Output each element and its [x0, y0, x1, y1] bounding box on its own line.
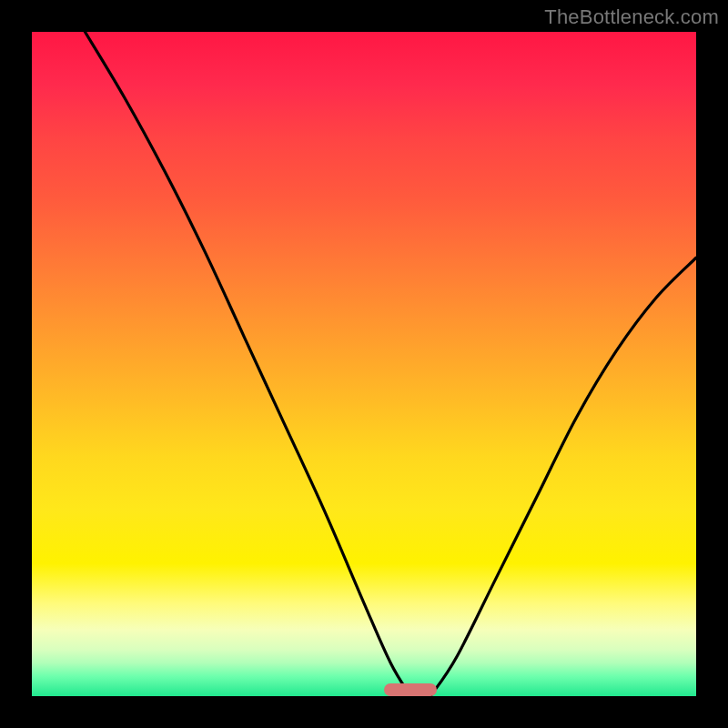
- left-curve: [85, 32, 410, 696]
- plot-area: [32, 32, 696, 696]
- right-curve: [430, 258, 696, 696]
- watermark-text: TheBottleneck.com: [544, 5, 719, 29]
- floor-mark: [384, 683, 437, 696]
- curves-layer: [32, 32, 696, 696]
- chart-container: TheBottleneck.com: [0, 0, 728, 728]
